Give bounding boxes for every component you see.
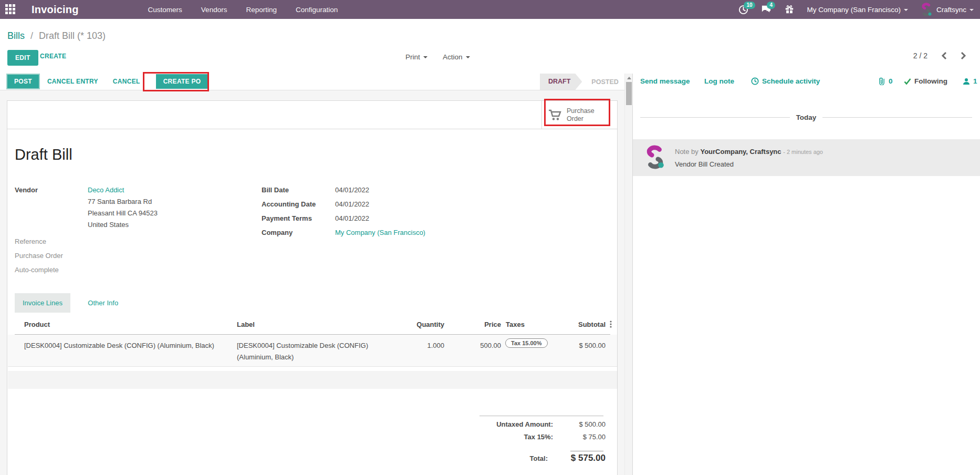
cell-subtotal: $ 500.00 xyxy=(564,342,606,349)
pager-next-icon[interactable] xyxy=(961,51,966,60)
tax-total-label: Tax 15%: xyxy=(416,433,553,441)
create-po-button[interactable]: CREATE PO xyxy=(156,74,208,89)
col-header-taxes[interactable]: Taxes xyxy=(506,321,525,328)
breadcrumb-bills-link[interactable]: Bills xyxy=(7,30,25,41)
button-box-strip: Purchase Order xyxy=(7,101,617,129)
document-title: Draft Bill xyxy=(15,146,72,163)
user-name: Craftsync xyxy=(936,6,966,14)
breadcrumb-current: Draft Bill (* 103) xyxy=(39,30,106,41)
chevron-down-icon xyxy=(904,9,908,11)
person-icon xyxy=(963,78,970,85)
vendor-address-line1: 77 Santa Barbara Rd xyxy=(88,198,152,205)
status-posted[interactable]: POSTED xyxy=(591,78,618,86)
following-label: Following xyxy=(914,77,947,85)
message-avatar xyxy=(643,145,667,169)
untaxed-amount-label: Untaxed Amount: xyxy=(416,420,553,428)
totals-top-border xyxy=(479,416,603,416)
messages-icon[interactable]: 4 xyxy=(760,4,772,15)
company-switcher[interactable]: My Company (San Francisco) xyxy=(807,6,908,14)
tab-invoice-lines[interactable]: Invoice Lines xyxy=(15,293,70,313)
menu-vendors[interactable]: Vendors xyxy=(201,6,227,14)
menu-configuration[interactable]: Configuration xyxy=(296,6,338,14)
followers-count: 1 xyxy=(973,77,977,85)
cell-product[interactable]: [DESK0004] Customizable Desk (CONFIG) (A… xyxy=(24,342,230,349)
company-link[interactable]: My Company (San Francisco) xyxy=(335,229,425,236)
date-divider-label: Today xyxy=(796,113,817,121)
create-button[interactable]: CREATE xyxy=(40,53,66,60)
divider-line xyxy=(822,117,972,118)
note-author[interactable]: YourCompany, Craftsync xyxy=(700,148,781,156)
col-header-product[interactable]: Product xyxy=(24,321,50,328)
divider-line xyxy=(640,117,790,118)
scrollbar-thumb[interactable] xyxy=(626,82,632,105)
followers-button[interactable]: 1 xyxy=(963,77,977,85)
vendor-address-line2: Pleasant Hill CA 94523 xyxy=(88,209,158,217)
app-title: Invoicing xyxy=(32,4,79,16)
following-button[interactable]: Following xyxy=(904,77,947,85)
tax-total-value: $ 75.00 xyxy=(553,433,606,441)
log-note-button[interactable]: Log note xyxy=(704,77,734,85)
clock-icon xyxy=(751,77,759,85)
total-label: Total: xyxy=(411,455,548,462)
form-sheet: Purchase Order Draft Bill Vendor Deco Ad… xyxy=(7,100,618,475)
activities-badge: 10 xyxy=(744,2,755,9)
activities-clock-icon[interactable]: 10 xyxy=(737,4,749,15)
cell-quantity[interactable]: 1.000 xyxy=(413,342,444,349)
schedule-activity-label: Schedule activity xyxy=(762,77,820,85)
menu-customers[interactable]: Customers xyxy=(148,6,182,14)
col-header-price[interactable]: Price xyxy=(479,321,501,328)
total-value: $ 575.00 xyxy=(548,453,606,463)
untaxed-amount-value: $ 500.00 xyxy=(553,420,606,428)
status-steps: DRAFT POSTED xyxy=(540,74,619,90)
edit-button[interactable]: EDIT xyxy=(7,50,38,66)
cell-price[interactable]: 500.00 xyxy=(470,342,501,349)
optional-columns-icon[interactable] xyxy=(610,321,612,328)
messages-badge: 4 xyxy=(767,2,775,9)
chatter-toolbar: Send message Log note Schedule activity … xyxy=(633,74,980,90)
stat-button-line2: Order xyxy=(567,115,595,123)
gift-icon[interactable] xyxy=(784,4,795,15)
action-label: Action xyxy=(443,53,463,61)
send-message-button[interactable]: Send message xyxy=(640,77,690,85)
paperclip-icon xyxy=(878,77,885,85)
vendor-label: Vendor xyxy=(15,186,38,194)
col-header-label[interactable]: Label xyxy=(237,321,255,328)
schedule-activity-button[interactable]: Schedule activity xyxy=(751,77,820,85)
chevron-down-icon xyxy=(423,56,428,58)
cancel-button[interactable]: CANCEL xyxy=(113,78,140,85)
menu-reporting[interactable]: Reporting xyxy=(246,6,277,14)
note-timestamp: - 2 minutes ago xyxy=(783,149,823,155)
col-header-subtotal[interactable]: Subtotal xyxy=(569,321,606,328)
cell-label-line1[interactable]: [DESK0004] Customizable Desk (CONFIG) xyxy=(237,342,368,349)
form-scrollbar[interactable] xyxy=(624,74,632,475)
scrollbar-up-arrow-icon[interactable] xyxy=(627,77,631,79)
payment-terms-label: Payment Terms xyxy=(262,214,312,222)
note-prefix: Note by xyxy=(675,148,698,156)
col-header-quantity[interactable]: Quantity xyxy=(412,321,444,328)
attachments-button[interactable]: 0 xyxy=(878,77,893,85)
pager-previous-icon[interactable] xyxy=(941,51,947,60)
top-menu: Customers Vendors Reporting Configuratio… xyxy=(148,6,338,14)
pager-count: 2 / 2 xyxy=(913,51,927,60)
tax-badge[interactable]: Tax 15.00% xyxy=(505,338,548,348)
empty-row-stripe xyxy=(8,371,617,389)
print-dropdown[interactable]: Print xyxy=(405,53,428,61)
chatter-message[interactable]: Note by YourCompany, Craftsync - 2 minut… xyxy=(633,139,980,176)
status-draft[interactable]: DRAFT xyxy=(540,74,582,90)
attachments-count: 0 xyxy=(889,77,893,85)
tab-other-info[interactable]: Other Info xyxy=(80,293,126,313)
apps-grid-icon[interactable] xyxy=(5,4,16,15)
top-navbar: Invoicing Customers Vendors Reporting Co… xyxy=(0,0,980,19)
post-button[interactable]: POST xyxy=(6,74,40,89)
cancel-entry-button[interactable]: CANCEL ENTRY xyxy=(47,78,98,85)
accounting-date-value: 04/01/2022 xyxy=(335,200,369,208)
vendor-link[interactable]: Deco Addict xyxy=(88,186,124,194)
breadcrumb-separator: / xyxy=(27,30,36,41)
user-menu[interactable]: Craftsync xyxy=(920,3,974,16)
user-avatar xyxy=(920,3,933,16)
check-icon xyxy=(904,78,911,85)
action-dropdown[interactable]: Action xyxy=(443,53,470,61)
accounting-date-label: Accounting Date xyxy=(262,200,316,208)
purchase-order-stat-button[interactable]: Purchase Order xyxy=(548,104,616,127)
cell-label-line2: (Aluminium, Black) xyxy=(237,353,294,361)
